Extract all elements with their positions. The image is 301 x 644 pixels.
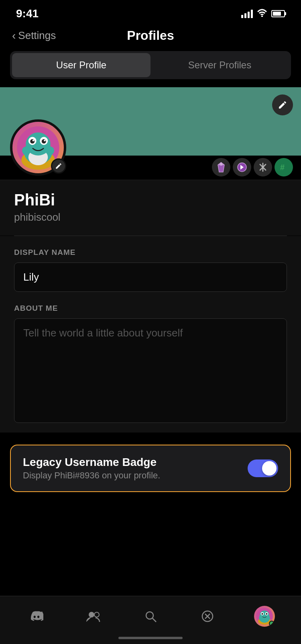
nav-profile[interactable] [246,602,283,631]
form-section: DISPLAY NAME ABOUT ME [0,236,301,433]
crystal-icon [217,162,226,173]
svg-point-35 [261,613,263,615]
home-indicator [118,637,183,639]
nav-mentions[interactable] [189,602,226,631]
svg-point-5 [26,133,51,156]
badge-crystal [212,158,230,176]
svg-point-24 [146,612,153,619]
legacy-badge-toggle[interactable] [248,459,278,477]
page-title: Profiles [127,28,174,43]
svg-line-25 [153,618,156,622]
display-name-label: DISPLAY NAME [14,248,287,257]
tab-user-profile[interactable]: User Profile [12,53,150,77]
badge-nitro [233,158,251,176]
nav-friends[interactable] [75,602,112,631]
badge-tools [254,158,272,176]
pencil-icon [278,100,287,110]
svg-point-10 [33,139,34,141]
svg-point-9 [42,139,46,144]
display-name-input[interactable] [14,263,287,292]
svg-point-23 [94,612,99,617]
status-bar: 9:41 [0,0,301,24]
nitro-icon [237,162,247,172]
svg-point-32 [260,610,269,619]
back-label: Settings [18,29,56,42]
nav-search[interactable] [132,602,169,631]
edit-avatar-button[interactable] [51,158,66,174]
tools-icon [258,162,268,172]
nav-home[interactable] [18,602,55,631]
profile-display-name: PhiBi [14,190,287,209]
online-indicator [269,621,275,626]
status-icons [241,9,285,19]
back-chevron-icon: ‹ [12,29,16,42]
discord-icon [26,606,47,627]
svg-point-0 [261,15,263,17]
profile-info-section: PhiBi phibiscool [0,180,301,236]
legacy-badge-title: Legacy Username Badge [23,456,240,469]
edit-banner-button[interactable] [272,94,293,115]
svg-point-36 [266,613,267,615]
about-me-input[interactable] [14,318,287,423]
svg-point-8 [30,139,35,144]
pencil-small-icon [55,162,62,170]
tab-server-profiles[interactable]: Server Profiles [150,53,289,77]
status-time: 9:41 [16,7,39,20]
toggle-knob [262,461,277,476]
mentions-icon [197,606,218,627]
legacy-badge-text: Legacy Username Badge Display PhiBi#8936… [23,456,240,481]
legacy-badge-container: Legacy Username Badge Display PhiBi#8936… [10,445,291,492]
nav-profile-avatar [254,606,275,627]
tab-switcher: User Profile Server Profiles [10,51,291,79]
profile-banner-section: # [0,87,301,180]
friends-icon [83,606,104,627]
nav-header: ‹ Settings Profiles [0,24,301,51]
legacy-badge-description: Display PhiBi#8936 on your profile. [23,470,240,481]
svg-point-22 [89,612,94,617]
badge-hashtag: # [275,158,293,176]
back-button[interactable]: ‹ Settings [12,29,56,42]
svg-text:#: # [280,163,285,172]
wifi-icon [257,9,267,19]
signal-icon [241,9,253,18]
about-me-label: ABOUT ME [14,304,287,313]
svg-point-11 [44,139,45,141]
battery-icon [271,10,285,17]
badges-row: # [212,158,293,176]
profile-username-tag: phibiscool [14,211,287,224]
avatar-wrapper [10,119,66,176]
search-icon [140,606,161,627]
hashtag-icon: # [279,162,289,172]
